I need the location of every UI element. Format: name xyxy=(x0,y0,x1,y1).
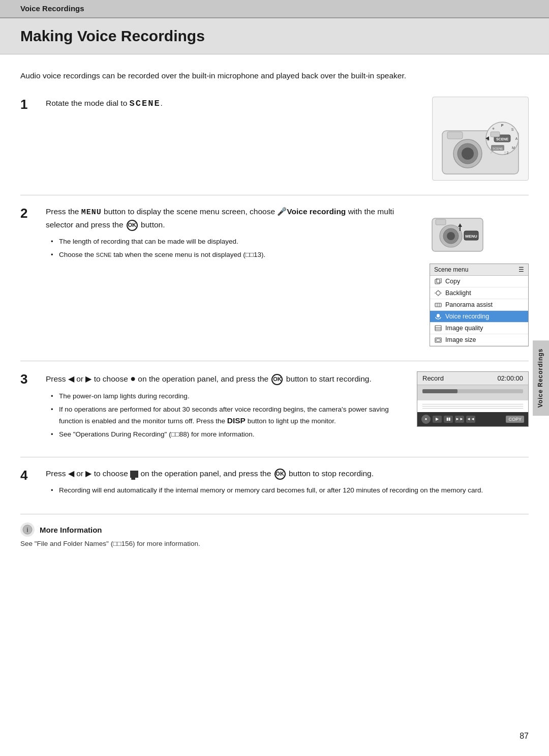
svg-rect-39 xyxy=(437,314,440,317)
panorama-menu-icon xyxy=(434,301,442,308)
svg-rect-24 xyxy=(436,219,446,225)
main-content: Audio voice recordings can be recorded o… xyxy=(0,54,549,563)
camera-menu-svg: MENU xyxy=(430,206,485,256)
scene-menu-item-quality: Image quality xyxy=(430,323,528,334)
play-btn[interactable]: ▶ xyxy=(433,416,442,423)
record-time: 02:00:00 xyxy=(497,374,523,382)
svg-rect-41 xyxy=(435,326,441,331)
voice-label: Voice recording xyxy=(445,313,489,320)
quality-label: Image quality xyxy=(445,325,483,332)
step-4-number: 4 xyxy=(20,468,39,483)
progress-track xyxy=(422,389,523,393)
step-4-bullet-1: Recording will end automatically if the … xyxy=(51,485,529,496)
step-3-bullets: The power-on lamp lights during recordin… xyxy=(46,391,407,441)
divider-2 xyxy=(20,361,529,361)
svg-text:P: P xyxy=(501,124,504,127)
scene-menu-label: Scene menu xyxy=(434,266,468,273)
scene-menu-item-panorama: Panorama assist xyxy=(430,299,528,311)
record-line-2 xyxy=(422,406,523,406)
step-2-bullet-1: The length of recording that can be made… xyxy=(51,237,419,247)
step-2-number: 2 xyxy=(20,206,39,221)
page-title-section: Making Voice Recordings xyxy=(0,18,549,54)
step-3-text-area: Press ◀ or ▶ to choose ● on the operatio… xyxy=(46,371,407,443)
step-3: 3 Press ◀ or ▶ to choose ● on the operat… xyxy=(20,371,529,443)
svg-text:SCENE: SCENE xyxy=(496,137,508,141)
record-circle-btn[interactable]: ● xyxy=(421,415,431,424)
progress-fill xyxy=(422,389,458,393)
step-4: 4 Press ◀ or ▶ to choose ■ on the operat… xyxy=(20,468,529,499)
svg-rect-18 xyxy=(447,132,463,139)
pause-btn[interactable]: ▮▮ xyxy=(444,416,453,423)
camera-dial-image: P S A M ⋮2 ⋰ ⟳ ❈ SCENE xyxy=(432,97,529,181)
quality-menu-icon xyxy=(434,325,442,332)
divider-1 xyxy=(20,195,529,195)
panorama-label: Panorama assist xyxy=(445,301,493,308)
record-controls: ● ▶ ▮▮ ►► ◄◄ COPY xyxy=(417,412,528,426)
step-3-content: Press ◀ or ▶ to choose ● on the operatio… xyxy=(46,371,529,443)
svg-rect-36 xyxy=(435,303,441,307)
scene-menu-item-copy: Copy xyxy=(430,276,528,287)
voice-menu-icon xyxy=(434,313,442,320)
scene-menu-icon: ☰ xyxy=(518,266,524,273)
step-1-text-prefix: Rotate the mode dial to xyxy=(46,99,130,107)
step-1-text-period: . xyxy=(161,99,163,107)
svg-text:S: S xyxy=(511,128,514,131)
step-3-main-text: Press ◀ or ▶ to choose ● on the operatio… xyxy=(46,371,407,386)
ok-button-inline: OK xyxy=(127,220,138,231)
ff-btn[interactable]: ►► xyxy=(455,416,464,423)
scene-menu-box: Scene menu ☰ Copy xyxy=(430,264,529,346)
record-panel-header: Record 02:00:00 xyxy=(417,372,528,385)
svg-text:M: M xyxy=(512,146,515,150)
intro-text: Audio voice recordings can be recorded o… xyxy=(20,70,529,82)
step-2: 2 Press the MENU button to display the s… xyxy=(20,206,529,346)
ok-btn-step4: OK xyxy=(274,469,286,480)
svg-rect-29 xyxy=(435,279,440,284)
step-3-bullet-3: See "Operations During Recording" (□□88)… xyxy=(51,429,407,440)
step-1-image-area: P S A M ⋮2 ⋰ ⟳ ❈ SCENE xyxy=(432,97,529,181)
divider-3 xyxy=(20,457,529,457)
step-4-main-text: Press ◀ or ▶ to choose ■ on the operatio… xyxy=(46,468,529,480)
step-3-bullet-1: The power-on lamp lights during recordin… xyxy=(51,391,407,402)
svg-text:SCENE: SCENE xyxy=(493,147,503,150)
step-2-main-text: Press the MENU button to display the sce… xyxy=(46,206,419,231)
scene-menu-item-voice: Voice recording xyxy=(430,311,528,323)
svg-point-3 xyxy=(462,148,474,160)
sidebar-label: Voice Recordings xyxy=(533,340,549,416)
section-label: Voice Recordings xyxy=(20,4,84,13)
copy-small-btn[interactable]: COPY xyxy=(506,416,524,423)
svg-text:MENU: MENU xyxy=(465,234,477,239)
menu-label: MENU xyxy=(81,208,102,217)
ok-btn-step3: OK xyxy=(271,374,283,385)
scne-tab-label: SCNE xyxy=(96,252,112,258)
step-3-image-area: Record 02:00:00 xyxy=(417,371,529,427)
record-line-1 xyxy=(422,404,523,404)
more-info-text: See "File and Folder Names" (□□156) for … xyxy=(20,540,529,547)
backlight-label: Backlight xyxy=(445,289,471,297)
svg-point-23 xyxy=(447,232,455,240)
more-info-title: More Information xyxy=(40,526,102,534)
svg-rect-19 xyxy=(491,132,500,137)
page-title: Making Voice Recordings xyxy=(20,27,529,45)
disp-label: DISP xyxy=(227,416,246,425)
record-label: Record xyxy=(422,374,444,382)
step-2-bullet-2: Choose the SCNE tab when the scene menu … xyxy=(51,250,419,260)
size-menu-icon xyxy=(434,336,442,343)
scene-menu-item-size: Image size xyxy=(430,334,528,346)
copy-label: Copy xyxy=(445,278,460,285)
backlight-menu-icon xyxy=(434,289,442,297)
more-info-header: i More Information xyxy=(20,522,529,537)
step-2-content: Press the MENU button to display the sce… xyxy=(46,206,529,346)
rw-btn[interactable]: ◄◄ xyxy=(466,416,475,423)
scene-menu-title: Scene menu ☰ xyxy=(430,264,528,276)
step-1-text-area: Rotate the mode dial to SCENE. xyxy=(46,97,422,115)
size-label: Image size xyxy=(445,336,476,343)
svg-point-31 xyxy=(436,291,440,295)
voice-recording-bold: 🎤Voice recording xyxy=(277,207,346,216)
header-bar: Voice Recordings xyxy=(0,0,549,18)
step-1-content: Rotate the mode dial to SCENE. xyxy=(46,97,529,181)
page-number: 87 xyxy=(520,732,529,741)
svg-text:i: i xyxy=(26,527,28,534)
camera-menu-illustration: MENU xyxy=(430,206,529,258)
record-progress-area xyxy=(417,385,528,400)
svg-rect-30 xyxy=(437,278,441,283)
